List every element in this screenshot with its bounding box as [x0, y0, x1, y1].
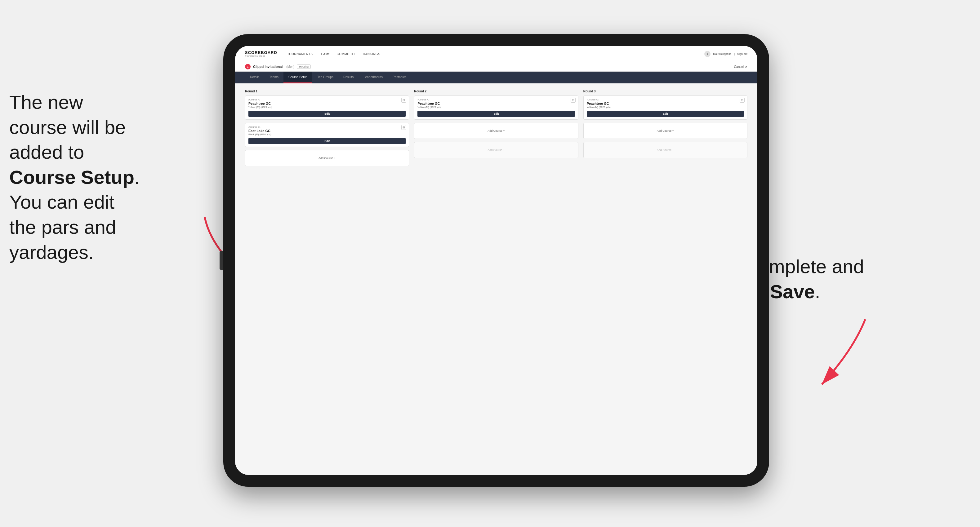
round-2-course-a-label: (Course A)	[417, 98, 575, 101]
tournament-status: Hosting	[297, 65, 311, 69]
tournament-info: C Clippd Invitational (Men) Hosting	[245, 64, 311, 70]
tablet-frame: SCOREBOARD Powered by clippd TOURNAMENTS…	[223, 34, 769, 487]
round-1-course-b-name: East Lake GC	[248, 129, 406, 133]
round-1-course-a-label: (Course A)	[248, 98, 406, 101]
tab-leaderboards[interactable]: Leaderboards	[358, 71, 388, 83]
round-2-course-a-card: ⊟ (Course A) Peachtree GC Yellow (M) (66…	[414, 95, 578, 120]
tablet-screen: SCOREBOARD Powered by clippd TOURNAMENTS…	[235, 46, 757, 475]
tablet-side-button	[220, 251, 223, 270]
round-3-add-course-disabled-label: Add Course +	[657, 149, 674, 152]
round-3-course-a-delete-button[interactable]: ⊟	[740, 98, 745, 103]
round-1-course-a-card: ⊟ (Course A) Peachtree GC Yellow (M) (66…	[245, 95, 409, 120]
round-1-course-a-name: Peachtree GC	[248, 102, 406, 105]
tab-details[interactable]: Details	[245, 71, 264, 83]
round-3-course-a-edit-button[interactable]: Edit	[587, 111, 744, 117]
round-1-course-b-card: ⊟ (Course B) East Lake GC Black (M) (689…	[245, 123, 409, 147]
tab-results[interactable]: Results	[338, 71, 358, 83]
round-2-add-course-disabled: Add Course +	[414, 142, 578, 158]
round-3-course-a-tee: Yellow (M) (6629 yds)	[587, 106, 744, 108]
round-1-label: Round 1	[245, 90, 409, 93]
round-1-course-b-delete-button[interactable]: ⊟	[401, 125, 406, 130]
round-1-course-b-edit-button[interactable]: Edit	[248, 138, 406, 144]
round-2-add-course-label: Add Course +	[487, 129, 504, 132]
nav-divider: |	[734, 52, 735, 56]
round-3-add-course-button[interactable]: Add Course +	[583, 123, 748, 139]
round-3-course-a-name: Peachtree GC	[587, 102, 744, 105]
main-content: Round 1 ⊟ (Course A) Peachtree GC Yellow…	[235, 83, 757, 475]
round-3-column: Round 3 ⊟ (Course A) Peachtree GC Yellow…	[583, 90, 748, 169]
tab-course-setup[interactable]: Course Setup	[283, 71, 312, 83]
top-nav: SCOREBOARD Powered by clippd TOURNAMENTS…	[235, 46, 757, 62]
rounds-container: Round 1 ⊟ (Course A) Peachtree GC Yellow…	[245, 90, 748, 169]
scoreboard-logo: SCOREBOARD Powered by clippd	[245, 51, 277, 57]
clippd-logo-icon: C	[245, 64, 251, 70]
round-3-label: Round 3	[583, 90, 748, 93]
round-1-course-b-tee: Black (M) (6891 yds)	[248, 133, 406, 136]
nav-link-teams[interactable]: TEAMS	[319, 51, 330, 56]
cancel-label: Cancel	[734, 65, 744, 68]
round-3-course-a-label: (Course A)	[587, 98, 744, 101]
round-2-course-a-edit-button[interactable]: Edit	[417, 111, 575, 117]
round-2-course-a-name: Peachtree GC	[417, 102, 575, 105]
round-3-add-course-disabled: Add Course +	[583, 142, 748, 158]
nav-link-tournaments[interactable]: TOURNAMENTS	[287, 51, 313, 56]
cancel-button[interactable]: Cancel ✕	[734, 65, 748, 68]
nav-link-rankings[interactable]: RANKINGS	[363, 51, 380, 56]
round-1-add-course-label: Add Course +	[318, 157, 336, 160]
round-1-course-a-tee: Yellow (M) (6629 yds)	[248, 106, 406, 108]
round-2-add-course-button[interactable]: Add Course +	[414, 123, 578, 139]
round-2-course-a-tee: Yellow (M) (6629 yds)	[417, 106, 575, 108]
tab-teams[interactable]: Teams	[264, 71, 283, 83]
logo-main: SCOREBOARD	[245, 51, 277, 55]
sign-out-link[interactable]: Sign out	[737, 52, 748, 56]
round-2-add-course-disabled-label: Add Course +	[487, 149, 504, 152]
round-1-course-a-edit-button[interactable]: Edit	[248, 111, 406, 117]
tournament-name: Clippd Invitational	[253, 65, 283, 68]
sub-header: C Clippd Invitational (Men) Hosting Canc…	[235, 62, 757, 71]
tab-bar: Details Teams Course Setup Tee Groups Re…	[235, 71, 757, 83]
cancel-icon: ✕	[745, 65, 748, 68]
tab-tee-groups[interactable]: Tee Groups	[312, 71, 338, 83]
logo-sub: Powered by clippd	[245, 55, 277, 57]
user-email: blair@clippd.io	[713, 52, 731, 56]
round-2-course-a-delete-button[interactable]: ⊟	[571, 98, 576, 103]
nav-left: SCOREBOARD Powered by clippd TOURNAMENTS…	[245, 51, 380, 57]
round-1-column: Round 1 ⊟ (Course A) Peachtree GC Yellow…	[245, 90, 409, 169]
annotation-arrow-right	[797, 313, 884, 400]
tournament-division: (Men)	[286, 65, 294, 68]
nav-link-committee[interactable]: COMMITTEE	[336, 51, 356, 56]
round-2-column: Round 2 ⊟ (Course A) Peachtree GC Yellow…	[414, 90, 578, 169]
nav-links: TOURNAMENTS TEAMS COMMITTEE RANKINGS	[287, 51, 380, 56]
round-1-add-course-button[interactable]: Add Course +	[245, 150, 409, 166]
avatar: ●	[704, 51, 711, 57]
annotation-right: Complete and hit Save.	[744, 254, 918, 304]
round-1-course-b-label: (Course B)	[248, 125, 406, 129]
round-1-course-a-delete-button[interactable]: ⊟	[401, 98, 406, 103]
round-3-course-a-card: ⊟ (Course A) Peachtree GC Yellow (M) (66…	[583, 95, 748, 120]
tab-printables[interactable]: Printables	[388, 71, 411, 83]
round-3-add-course-label: Add Course +	[657, 129, 674, 132]
round-2-label: Round 2	[414, 90, 578, 93]
nav-right: ● blair@clippd.io | Sign out	[704, 51, 748, 57]
